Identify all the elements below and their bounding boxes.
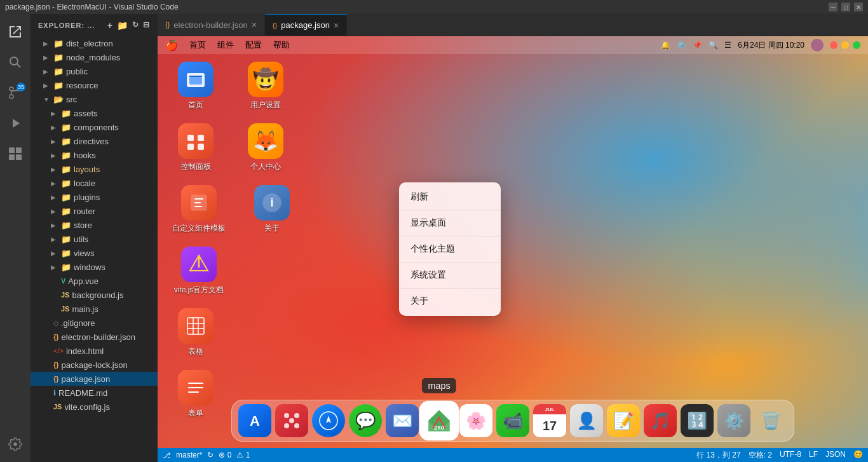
activity-search[interactable] bbox=[3, 50, 28, 75]
desktop-icon-custom-template[interactable]: 自定义组件模板 bbox=[170, 185, 227, 234]
tree-item-assets[interactable]: ▶ 📁 assets bbox=[31, 106, 158, 120]
tree-item-background-js[interactable]: ▶ JS background.js bbox=[31, 288, 158, 302]
git-branch-name[interactable]: master* bbox=[176, 451, 202, 459]
new-folder-icon[interactable]: 📁 bbox=[117, 20, 128, 31]
dock-system-prefs[interactable]: ⚙️ bbox=[717, 404, 750, 437]
close-button[interactable]: ✕ bbox=[854, 3, 863, 11]
tree-item-package-json[interactable]: ▶ {} package.json bbox=[31, 372, 158, 386]
feedback-icon[interactable]: 😊 bbox=[853, 450, 863, 461]
maximize-button[interactable]: □ bbox=[841, 3, 850, 11]
desktop-icon-dashboard[interactable]: 控制面板 bbox=[170, 123, 221, 172]
cursor-position[interactable]: 行 13，列 27 bbox=[696, 450, 740, 461]
tree-item-resource[interactable]: ▶ 📁 resource bbox=[31, 78, 158, 92]
minimize-button[interactable]: ─ bbox=[829, 3, 837, 11]
dock-facetime[interactable]: 📹 bbox=[496, 404, 529, 437]
tab-electron-builder[interactable]: {} electron-builder.json × bbox=[158, 14, 265, 36]
dock-messages[interactable]: 💬 bbox=[349, 404, 382, 437]
tree-item-store[interactable]: ▶ 📁 store bbox=[31, 218, 158, 232]
dock-contacts[interactable]: 👤 bbox=[570, 404, 603, 437]
dock-calendar[interactable]: JUL 17 bbox=[533, 404, 566, 437]
form-icon-label: 表单 bbox=[188, 408, 203, 419]
tree-item-app-vue[interactable]: ▶ V App.vue bbox=[31, 274, 158, 288]
tree-item-directives[interactable]: ▶ 📁 directives bbox=[31, 134, 158, 148]
tree-item-views[interactable]: ▶ 📁 views bbox=[31, 246, 158, 260]
apple-menu[interactable]: 🍎 bbox=[165, 39, 178, 51]
tree-item-index-html[interactable]: ▶ </> index.html bbox=[31, 344, 158, 358]
refresh-icon[interactable]: ↻ bbox=[132, 20, 139, 31]
dock-app-store[interactable]: A bbox=[238, 404, 271, 437]
activity-source-control[interactable]: 35 bbox=[3, 80, 28, 105]
desktop-icon-profile[interactable]: 🦊 个人中心 bbox=[240, 123, 291, 172]
dock-calculator[interactable]: 🔢 bbox=[681, 404, 714, 437]
tree-item-node-modules[interactable]: ▶ 📁 node_modules bbox=[31, 50, 158, 64]
spaces[interactable]: 空格: 2 bbox=[749, 450, 772, 461]
tree-item-locale[interactable]: ▶ 📁 locale bbox=[31, 176, 158, 190]
desktop-icon-form[interactable]: 表单 bbox=[170, 370, 221, 419]
tree-item-plugins[interactable]: ▶ 📁 plugins bbox=[31, 190, 158, 204]
search-icon[interactable]: 🔍 bbox=[709, 41, 718, 50]
mac-desktop[interactable]: 🍎 首页 组件 配置 帮助 🔔 ⚙️ 📌 🔍 ☰ 6月24日 周四 10:20 bbox=[158, 36, 868, 448]
activity-explorer[interactable] bbox=[3, 19, 28, 44]
notification-icon[interactable]: 🔔 bbox=[661, 41, 670, 50]
tab-package-json[interactable]: {} package.json × bbox=[265, 14, 347, 36]
dock-music[interactable]: 🎵 bbox=[644, 404, 677, 437]
json-icon: {} bbox=[53, 361, 59, 369]
menu-help[interactable]: 帮助 bbox=[273, 39, 290, 51]
pin-icon[interactable]: 📌 bbox=[693, 41, 702, 50]
errors-count[interactable]: ⊗ 0 bbox=[219, 451, 231, 459]
activity-settings[interactable] bbox=[3, 431, 28, 457]
tree-item-components[interactable]: ▶ 📁 components bbox=[31, 120, 158, 134]
context-menu-show-desktop[interactable]: 显示桌面 bbox=[399, 212, 501, 234]
dock-photos[interactable]: 🌸 bbox=[459, 404, 492, 437]
tab-close-icon[interactable]: × bbox=[252, 20, 257, 29]
context-menu-about[interactable]: 关于 bbox=[399, 290, 501, 312]
minimize-traffic-light[interactable] bbox=[841, 41, 849, 49]
tree-item-src[interactable]: ▼ 📂 src bbox=[31, 92, 158, 106]
tree-item-router[interactable]: ▶ 📁 router bbox=[31, 204, 158, 218]
line-ending[interactable]: LF bbox=[809, 450, 818, 461]
menu-home[interactable]: 首页 bbox=[189, 39, 206, 51]
tree-item-readme[interactable]: ▶ ℹ README.md bbox=[31, 386, 158, 400]
tree-item-utils[interactable]: ▶ 📁 utils bbox=[31, 232, 158, 246]
tree-item-windows[interactable]: ▶ 📁 windows bbox=[31, 260, 158, 274]
dock-safari[interactable] bbox=[312, 404, 345, 437]
tree-item-layouts[interactable]: ▶ 📁 layouts bbox=[31, 162, 158, 176]
context-menu-theme[interactable]: 个性化主题 bbox=[399, 238, 501, 260]
desktop-icon-user-settings[interactable]: 🤠 用户设置 bbox=[240, 62, 291, 111]
close-traffic-light[interactable] bbox=[830, 41, 837, 49]
activity-extensions[interactable] bbox=[3, 141, 28, 166]
tree-item-package-lock[interactable]: ▶ {} package-lock.json bbox=[31, 358, 158, 372]
dock-notes[interactable]: 📝 bbox=[607, 404, 640, 437]
context-menu-system-settings[interactable]: 系统设置 bbox=[399, 264, 501, 286]
warnings-count[interactable]: ⚠ 1 bbox=[236, 451, 250, 459]
language-mode[interactable]: JSON bbox=[825, 450, 846, 461]
tree-item-public[interactable]: ▶ 📁 public bbox=[31, 64, 158, 78]
dock-maps[interactable]: maps 280 bbox=[419, 401, 459, 440]
maximize-traffic-light[interactable] bbox=[853, 41, 860, 49]
tree-item-main-js[interactable]: ▶ JS main.js bbox=[31, 302, 158, 316]
menu-component[interactable]: 组件 bbox=[217, 39, 234, 51]
collapse-icon[interactable]: ⊟ bbox=[143, 20, 150, 31]
activity-debug[interactable] bbox=[3, 111, 28, 136]
tab-close-active-icon[interactable]: × bbox=[334, 21, 339, 30]
dock-launchpad[interactable] bbox=[275, 404, 308, 437]
sync-icon[interactable]: ↻ bbox=[207, 451, 214, 459]
tree-item-dist-electron[interactable]: ▶ 📁 dist_electron bbox=[31, 36, 158, 50]
dock-mail[interactable]: ✉️ bbox=[386, 404, 419, 437]
desktop-icon-table[interactable]: 表格 bbox=[170, 308, 221, 357]
user-avatar[interactable] bbox=[811, 39, 824, 51]
desktop-icon-vite[interactable]: vite.js官方文档 bbox=[170, 247, 227, 296]
tree-item-vite-config[interactable]: ▶ JS vite.config.js bbox=[31, 400, 158, 414]
gear-icon[interactable]: ⚙️ bbox=[677, 41, 686, 50]
context-menu-refresh[interactable]: 刷新 bbox=[399, 186, 501, 208]
tree-item-gitignore[interactable]: ▶ ◇ .gitignore bbox=[31, 316, 158, 330]
list-icon[interactable]: ☰ bbox=[724, 41, 731, 50]
desktop-icon-about[interactable]: i 关于 bbox=[247, 185, 297, 234]
menu-config[interactable]: 配置 bbox=[245, 39, 262, 51]
dock-trash[interactable]: 🗑️ bbox=[754, 404, 787, 437]
tree-item-electron-builder[interactable]: ▶ {} electron-builder.json bbox=[31, 330, 158, 344]
desktop-icon-home[interactable]: 首页 bbox=[170, 62, 221, 111]
tree-item-hooks[interactable]: ▶ 📁 hooks bbox=[31, 148, 158, 162]
new-file-icon[interactable]: + bbox=[107, 20, 113, 31]
encoding[interactable]: UTF-8 bbox=[780, 450, 801, 461]
